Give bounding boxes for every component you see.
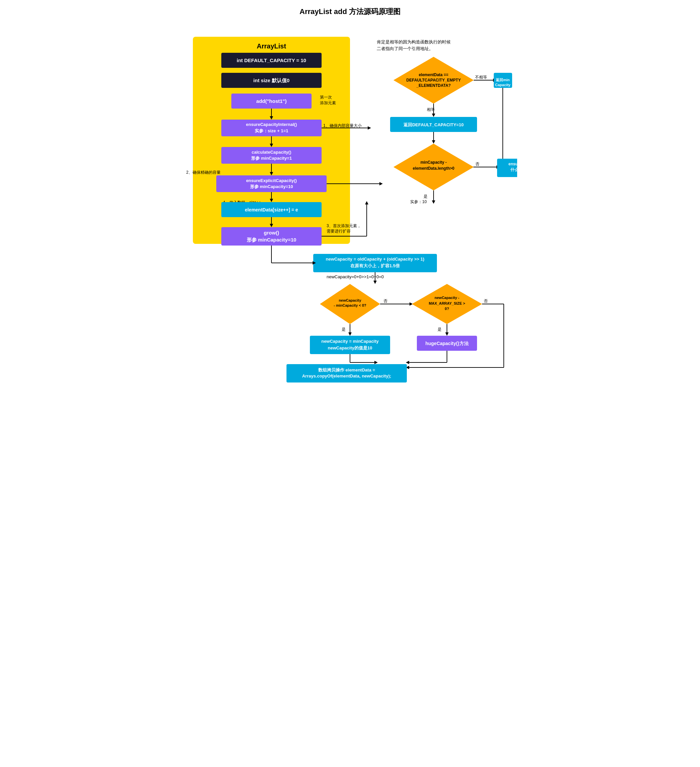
arrow-nc-down-head xyxy=(373,281,377,284)
diamond3-text2: - minCapacity < 0? xyxy=(333,303,367,307)
first-add-label: 第一次 xyxy=(320,95,332,100)
arrow-grow-head xyxy=(365,201,368,204)
comment-line1: 肯定是相等的因为构造函数执行的时候 xyxy=(377,40,451,45)
diamond2-text1: minCapacity - xyxy=(421,160,447,165)
arrow-d1-down-head xyxy=(432,114,435,117)
int-size-text: int size 默认值0 xyxy=(254,78,290,83)
no2-label: 否 xyxy=(383,299,387,303)
arrow-huge-down-head xyxy=(406,361,409,364)
arrow-default-down-head xyxy=(432,140,435,144)
arrow-ncmin-down-head xyxy=(375,361,378,364)
new-cap-min-text2: newCapacity的值是10 xyxy=(328,345,372,350)
no1-label: 否 xyxy=(475,162,479,166)
ensure-internal-text2: 实参：size + 1=1 xyxy=(254,128,288,133)
first-add-label2: 添加元素 xyxy=(320,100,336,105)
ensure-label: 1、确保内部容量大小 xyxy=(323,123,362,128)
page-container: ArrayList add 方法源码原理图 ArrayList int DEFA… xyxy=(183,7,517,392)
default-capacity-text: int DEFAULT_CAPACITY = 10 xyxy=(237,57,306,63)
first-grow-label1: 3、首次添加元素， xyxy=(327,223,361,228)
diagram-wrapper: ArrayList int DEFAULT_CAPACITY = 10 int … xyxy=(183,23,517,392)
ensure-internal-text1: ensureCapacityInternal() xyxy=(246,122,297,127)
diamond4-text2: MAX_ARRAY_SIZE > xyxy=(429,301,465,306)
comment-line2: 二者指向了同一个引用地址。 xyxy=(377,46,433,51)
return-min-text2: Capacity xyxy=(495,83,511,87)
grow-text1: grow() xyxy=(264,230,279,236)
return-min-text: 返回min xyxy=(496,78,510,82)
no3-label: 否 xyxy=(484,299,488,303)
arrow-d4-down-head xyxy=(445,333,449,336)
ensure-explicit-text2: 形参 minCapacity=10 xyxy=(250,184,293,189)
diamond4-text3: 0? xyxy=(445,307,449,311)
grow-text2: 形参 minCapacity=10 xyxy=(246,237,297,242)
arrow-d2-down-head xyxy=(432,201,435,204)
ensure-precise-label: 2、确保精确的容量 xyxy=(186,170,221,175)
diamond1-text1: elementData == xyxy=(419,73,449,77)
yes2-label: 是 xyxy=(438,327,442,332)
yes-label: 是 xyxy=(424,194,427,199)
diamond1-text2: DEFAULTCAPACITY_EMPTY xyxy=(407,78,461,83)
not-equal-label: 不相等 xyxy=(475,75,487,80)
elementdata-text: elementData[size++] = e xyxy=(245,207,298,212)
array-copy-text2: Arrays.copyOf(elementData, newCapacity); xyxy=(302,374,391,379)
ensure-nothing-text1: ensureExplicitCapacity xyxy=(509,162,517,166)
arrow-d3-down-head xyxy=(348,333,352,336)
ensure-explicit-text1: ensureExplicitCapacity() xyxy=(246,178,297,183)
huge-capacity-text: hugeCapacity()方法 xyxy=(425,341,469,346)
actual-label: 实参：10 xyxy=(410,199,427,204)
flowchart-svg: ArrayList int DEFAULT_CAPACITY = 10 int … xyxy=(183,23,517,391)
array-copy-text1: 数组拷贝操作 elementData = xyxy=(318,368,375,372)
section-title: ArrayList xyxy=(257,43,286,50)
arrow-to-diamond-head xyxy=(368,126,371,130)
new-cap-text2: 在原有大小上，扩容1.5倍 xyxy=(350,263,400,268)
diamond2-text2: elementData.length>0 xyxy=(413,166,454,171)
add-host1-text: add("host1") xyxy=(257,98,287,104)
new-cap-text1: newCapacity = oldCapacity + (oldCapacity… xyxy=(326,256,424,262)
diamond3-text1: newCapacity xyxy=(339,298,361,302)
calculate-text1: calculateCapacity() xyxy=(252,150,292,155)
page-title: ArrayList add 方法源码原理图 xyxy=(183,7,517,17)
yes1-label: 是 xyxy=(342,327,346,332)
equal-label: 相等 xyxy=(427,107,435,112)
arrow-explicit-to-diamond2-head xyxy=(379,182,383,185)
ensure-nothing-text2: 什么都不做，方法返回 xyxy=(510,167,517,172)
return-default-text: 返回DEFAULT_CAPACITY=10 xyxy=(403,122,464,127)
calculate-text2: 形参 minCapacity=1 xyxy=(251,156,292,161)
new-cap-min-text1: newCapacity = minCapacity xyxy=(321,339,379,344)
first-grow-label2: 需要进行扩容 xyxy=(327,229,351,234)
diamond1-text3: _ELEMENTDATA? xyxy=(416,83,451,88)
diamond4-text1: newCapacity - xyxy=(435,296,459,300)
